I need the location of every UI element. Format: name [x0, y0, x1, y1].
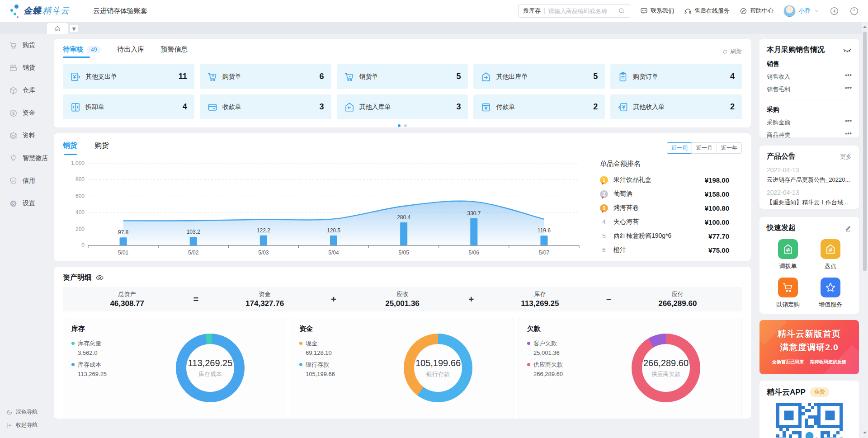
sidebar-item-仓库[interactable]: 仓库	[0, 79, 50, 102]
quick-action-调拨单[interactable]: 调拨单	[778, 239, 798, 270]
eye-icon[interactable]	[95, 273, 104, 282]
quick-action-盘点[interactable]: 盘点	[821, 239, 840, 270]
medal-icon-rank1: 1	[600, 176, 608, 184]
todo-card-销货单[interactable]: 销货单5	[337, 64, 468, 89]
survey-banner[interactable]: 精斗云新版首页 满意度调研2.0 全新首页已到来 期待收到您的反馈	[760, 320, 859, 374]
todo-count: 3	[456, 102, 461, 112]
search-input[interactable]	[548, 8, 618, 14]
donut-chart-资金: 105,199.66银行存款	[404, 334, 472, 402]
layers-icon	[9, 132, 18, 140]
brand-logo[interactable]: 金蝶 精斗云	[9, 0, 77, 22]
trend-tab-购货[interactable]: 购货	[94, 141, 109, 155]
todo-tab-待审核[interactable]: 待审核49	[63, 45, 101, 58]
eye-closed-icon[interactable]	[843, 46, 852, 55]
user-menu[interactable]: 小乔	[783, 5, 819, 17]
ranking-row-1[interactable]: 1果汁饮品礼盒¥198.00	[600, 175, 729, 184]
masked-value: ***	[845, 131, 852, 139]
announcement-text[interactable]: 云进销存产品更新公告_20220...	[767, 176, 852, 184]
back-circle-button[interactable]	[829, 6, 839, 16]
pencil-edit-icon[interactable]	[844, 225, 852, 232]
sidebar-item-资金[interactable]: 资金	[0, 102, 50, 124]
home-tab[interactable]	[47, 23, 68, 34]
avatar[interactable]	[783, 5, 796, 17]
dashed-divider	[767, 100, 852, 100]
sidebar-item-资料[interactable]: 资料	[0, 124, 50, 147]
todo-count: 6	[320, 72, 324, 81]
legend-item-银行存款: 银行存款	[299, 361, 371, 369]
pager-dot-2[interactable]	[404, 124, 407, 127]
formula-operator: +	[467, 294, 476, 305]
search-scope-label[interactable]: 搜库存	[523, 7, 541, 15]
star-icon	[825, 282, 836, 293]
todo-card-其他入库单[interactable]: 其他入库单3	[337, 94, 468, 119]
app-download-panel: 精斗云APP 免费	[760, 381, 859, 438]
rank-number: 5	[600, 232, 608, 240]
legend-value: 266,289.60	[533, 371, 599, 377]
todo-card-拆卸单[interactable]: 拆卸单4	[63, 94, 194, 119]
monthly-row-采购金额: 采购金额***	[767, 118, 852, 127]
yen-pay-doc-icon	[481, 102, 491, 113]
refresh-icon	[722, 49, 728, 55]
page-scrollbar[interactable]	[862, 22, 868, 438]
pager-dot-1[interactable]	[398, 124, 401, 127]
todo-card-其他出库单[interactable]: 其他出库单5	[473, 64, 605, 89]
announcements-more-link[interactable]: 更多	[840, 153, 852, 161]
product-name: 葡萄酒	[613, 190, 701, 198]
ranking-row-6[interactable]: 6橙汁¥75.00	[600, 245, 729, 254]
product-name: 西红柿意粉酱190g*6	[613, 232, 705, 240]
svg-text:120.5: 120.5	[327, 227, 340, 234]
filter-近一周[interactable]: 近一周	[667, 142, 692, 154]
scrollbar-thumb[interactable]	[863, 32, 867, 271]
header-link-售后在线服务[interactable]: 售后在线服务	[684, 7, 730, 15]
tab-dropdown-button[interactable]: ▾	[70, 25, 78, 32]
legend-item-库存成本: 库存成本	[71, 361, 143, 369]
donut-chart-库存: 113,269.25库存成本	[176, 334, 245, 402]
todo-card-购货订单[interactable]: 购货订单4	[610, 64, 742, 89]
product-amount: ¥77.70	[708, 232, 729, 240]
rank-number: 6	[600, 246, 608, 254]
sidebar-toggle-深色导航[interactable]: 深色导航	[0, 405, 50, 419]
refresh-button[interactable]: 刷新	[722, 47, 742, 56]
inventory-search[interactable]: 搜库存	[518, 4, 630, 18]
header-link-联系我们[interactable]: 联系我们	[640, 7, 674, 15]
ranking-row-3[interactable]: 3烤海苔卷¥100.80	[600, 203, 729, 212]
svg-text:600: 600	[75, 193, 85, 199]
eye-closed-icon	[843, 46, 852, 55]
product-amount: ¥75.00	[708, 246, 729, 254]
sidebar-toggle-收起导航[interactable]: 收起导航	[0, 419, 50, 432]
filter-近一年[interactable]: 近一年	[717, 142, 742, 154]
filter-近一月[interactable]: 近一月	[692, 142, 717, 154]
back-circle-icon	[830, 6, 839, 16]
todo-card-收款单[interactable]: 收款单3	[200, 94, 331, 119]
todo-card-其他收入单[interactable]: 其他收入单2	[610, 94, 742, 119]
ranking-row-5[interactable]: 5西红柿意粉酱190g*6¥77.70	[600, 231, 729, 240]
announcement-text[interactable]: 【重要通知】精斗云工作台域...	[767, 198, 852, 207]
sidebar-item-智慧微店[interactable]: 智慧微店	[0, 147, 50, 170]
todo-tab-待出入库[interactable]: 待出入库	[117, 45, 144, 58]
sidebar-item-设置[interactable]: 设置	[0, 192, 50, 215]
trend-tab-销货[interactable]: 销货	[63, 141, 77, 155]
app-page: 金蝶 精斗云 云进销存体验账套 搜库存 联系我们售后在线服务帮助中心 小乔 ▾	[0, 0, 868, 438]
pencil-icon	[844, 225, 852, 232]
quick-action-以销定购[interactable]: 以销定购	[776, 278, 800, 309]
assets-title: 资产明细	[63, 273, 92, 283]
todo-card-其他支出单[interactable]: 其他支出单11	[63, 64, 194, 89]
sidebar-item-销货[interactable]: 销货	[0, 57, 50, 79]
yen-circle-icon	[9, 109, 18, 118]
sidebar-item-购货[interactable]: 购货	[0, 34, 50, 57]
logout-power-button[interactable]	[849, 6, 859, 16]
scrollbar-up-arrow[interactable]	[862, 24, 868, 30]
monthly-title: 本月采购销售情况	[767, 45, 825, 55]
sidebar-item-信用[interactable]: 信用	[0, 170, 50, 192]
time-range-filters: 近一周近一月近一年	[667, 142, 742, 154]
todo-card-付款单[interactable]: 付款单2	[473, 94, 605, 119]
header-link-帮助中心[interactable]: 帮助中心	[740, 7, 774, 15]
ranking-row-2[interactable]: 2葡萄酒¥158.00	[600, 189, 729, 198]
todo-card-购货单[interactable]: 购货单6	[200, 64, 331, 89]
scrollbar-down-arrow[interactable]	[862, 430, 868, 436]
quick-action-增值服务[interactable]: 增值服务	[819, 278, 842, 309]
todo-count: 4	[730, 72, 735, 81]
ranking-row-4[interactable]: 4夹心海苔¥100.00	[600, 217, 729, 226]
search-icon[interactable]	[618, 7, 625, 14]
todo-tab-预警信息[interactable]: 预警信息	[160, 45, 188, 58]
